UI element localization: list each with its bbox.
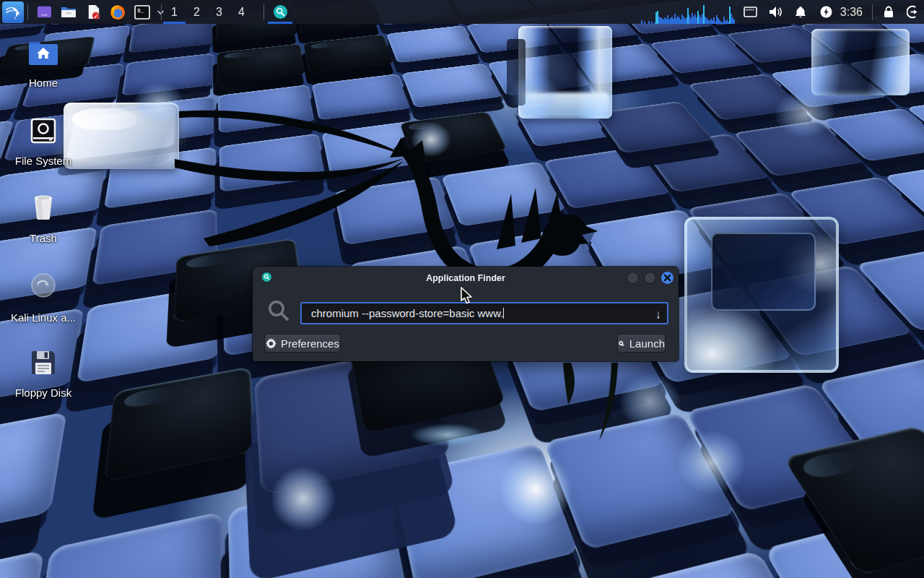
svg-text:$_: $_	[137, 7, 144, 14]
